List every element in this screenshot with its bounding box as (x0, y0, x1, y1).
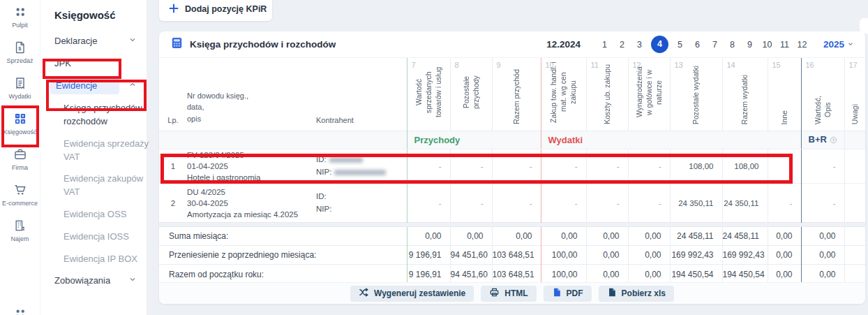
ecommerce-icon (13, 182, 28, 198)
month-page-11[interactable]: 11 (779, 40, 791, 50)
expenses-icon (13, 75, 28, 91)
download-xls-button[interactable]: Pobierz xls (599, 286, 674, 302)
xls-file-icon (607, 287, 617, 300)
nav-item-deklaracje[interactable]: Deklaracje (40, 36, 147, 46)
month-page-2[interactable]: 2 (616, 40, 628, 50)
sidebar-item-ecommerce[interactable]: E-commerce (0, 182, 40, 207)
nav-item-ewidencje[interactable]: Ewidencje (40, 77, 147, 94)
cell-col7: - (407, 149, 450, 184)
sidebar-item-wydatki[interactable]: Wydatki (0, 75, 40, 100)
rent-icon (13, 218, 28, 233)
pdf-button[interactable]: PDF (544, 286, 592, 302)
month-page-1[interactable]: 1 (599, 40, 611, 50)
svg-text:?: ? (832, 138, 835, 142)
cell-col13: 108,00 (670, 149, 722, 184)
generate-report-button[interactable]: Wygeneruj zestawienie (350, 286, 474, 302)
kpir-row-2[interactable]: 2 DU 4/2025 30-04-2025 Amortyzacja za mi… (159, 184, 865, 223)
column-header-kontrahent: Kontrahent (316, 58, 407, 131)
column-header-12: 12Wynagrodzenia w gotówce i w naturze (628, 58, 670, 131)
submenu-item-ewidencja-oss[interactable]: Ewidencja OSS (63, 208, 156, 221)
sidebar-item-ksiegowosc[interactable]: Księgowość (0, 111, 40, 135)
kpir-page: Pulpit $ Sprzedaż Wydatki Księgowość Fir… (0, 0, 868, 315)
month-page-4-active[interactable]: 4 (651, 36, 668, 53)
column-header-16: 16Wartość, Opis (801, 58, 844, 131)
sales-icon: $ (13, 40, 28, 55)
cell-col16: - (801, 149, 844, 184)
nav-item-zobowiazania[interactable]: Zobowiązania (40, 275, 147, 286)
cell-col16: - (801, 184, 844, 223)
add-kpir-entry-button[interactable]: Dodaj pozycję KPiR (159, 0, 272, 21)
month-page-9[interactable]: 9 (744, 40, 756, 50)
column-header-lp: Lp. (159, 58, 187, 131)
pdf-file-icon (552, 287, 562, 300)
section-br: B+R? (801, 131, 844, 149)
section-wydatki: Wydatki (541, 131, 801, 149)
cell-col11: - (586, 149, 628, 184)
chevron-down-icon (128, 275, 137, 286)
month-page-8[interactable]: 8 (726, 40, 738, 50)
cell-col9: - (492, 149, 541, 184)
cell-col12: - (628, 184, 670, 223)
card-header: Księga przychodów i rozchodów 12.2024 1 … (159, 31, 865, 58)
cell-doc: DU 4/2025 30-04-2025 Amortyzacja za mies… (187, 184, 316, 223)
sidebar-item-najem[interactable]: Najem (0, 218, 40, 242)
table-actions: Wygeneruj zestawienie HTML PDF Pobierz x… (159, 282, 865, 304)
redacted-id-value (329, 157, 363, 163)
cell-kontrahent: ID: NIP: (316, 184, 407, 223)
submenu-item-ewidencja-ioss[interactable]: Ewidencja IOSS (63, 230, 156, 244)
column-header-8: 8Pozostałe przychody (450, 58, 492, 131)
cell-col7: - (407, 184, 450, 223)
column-header-9: 9Razem przychód (492, 58, 541, 131)
cell-lp: 2 (159, 184, 187, 223)
cell-col8: - (450, 149, 492, 184)
cell-col17 (844, 184, 865, 223)
html-button[interactable]: HTML (481, 286, 536, 302)
column-header-13: 13Pozostałe wydatki (670, 58, 722, 131)
question-circle-icon[interactable]: ? (830, 135, 837, 146)
month-page-12[interactable]: 12 (796, 40, 808, 50)
summary-row-carryover: Przeniesienie z poprzedniego miesiąca: 9… (159, 246, 865, 265)
chevron-down-icon (128, 36, 137, 46)
summary-label: Razem od początku roku: (159, 265, 407, 284)
cell-col15: - (768, 149, 801, 184)
sidebar-item-firma[interactable]: Firma (0, 147, 40, 171)
calculator-icon (170, 36, 184, 52)
cell-col15: - (768, 184, 801, 223)
cell-col13: 24 350,11 (670, 184, 722, 223)
submenu-item-ewidencja-zakupow-vat[interactable]: Ewidencja zakupów VAT (63, 173, 156, 199)
dashboard-icon (13, 4, 28, 20)
submenu-item-kpir[interactable]: Księga przychodów i rozchodów (63, 102, 156, 129)
summary-row-month: Suma miesiąca: 0,00 0,00 0,00 0,00 0,00 … (159, 227, 865, 246)
svg-text:$: $ (18, 45, 22, 52)
cell-col14: 108,00 (722, 149, 768, 184)
month-page-3[interactable]: 3 (634, 40, 645, 50)
current-period: 12.2024 (546, 39, 581, 50)
column-header-doc: Nr dowodu księg., data, opis (187, 58, 316, 131)
cell-col8: - (450, 184, 492, 223)
company-icon (13, 147, 28, 162)
section-przychody: Przychody (407, 131, 541, 149)
submenu-item-ewidencja-ip-box[interactable]: Ewidencja IP BOX (63, 253, 156, 266)
page-title: Księga przychodów i rozchodów (190, 39, 336, 50)
cell-doc: FV 123/04/2025 01-04-2025 Hotele i gastr… (187, 149, 316, 184)
ewidencje-submenu: Księga przychodów i rozchodów Ewidencja … (63, 102, 156, 266)
shuffle-icon (359, 287, 369, 300)
table-header-row: Lp. Nr dowodu księg., data, opis Kontrah… (159, 58, 865, 131)
summary-label: Suma miesiąca: (159, 227, 407, 246)
month-page-10[interactable]: 10 (761, 40, 773, 50)
year-selector[interactable]: 2025 (823, 39, 854, 50)
sidebar-item-pulpit[interactable]: Pulpit (0, 4, 40, 29)
submenu-item-ewidencja-sprzedazy-vat[interactable]: Ewidencja sprzedaży VAT (63, 138, 156, 164)
month-page-7[interactable]: 7 (709, 40, 721, 50)
kpir-row-1[interactable]: 1 FV 123/04/2025 01-04-2025 Hotele i gas… (159, 149, 865, 184)
cell-col10: - (541, 149, 586, 184)
column-header-11: 11Koszty ub. zakupu (586, 58, 628, 131)
month-page-5[interactable]: 5 (674, 40, 686, 50)
cell-col9: - (492, 184, 541, 223)
sidebar-item-sprzedaz[interactable]: $ Sprzedaż (0, 40, 40, 64)
apps-grid-icon[interactable] (0, 307, 40, 315)
nav-item-jpk[interactable]: JPK (40, 58, 147, 68)
cell-kontrahent: ID: NIP: (316, 149, 407, 184)
month-page-6[interactable]: 6 (691, 40, 703, 50)
summary-row-ytd: Razem od początku roku: 9 196,91 94 451,… (159, 265, 865, 284)
